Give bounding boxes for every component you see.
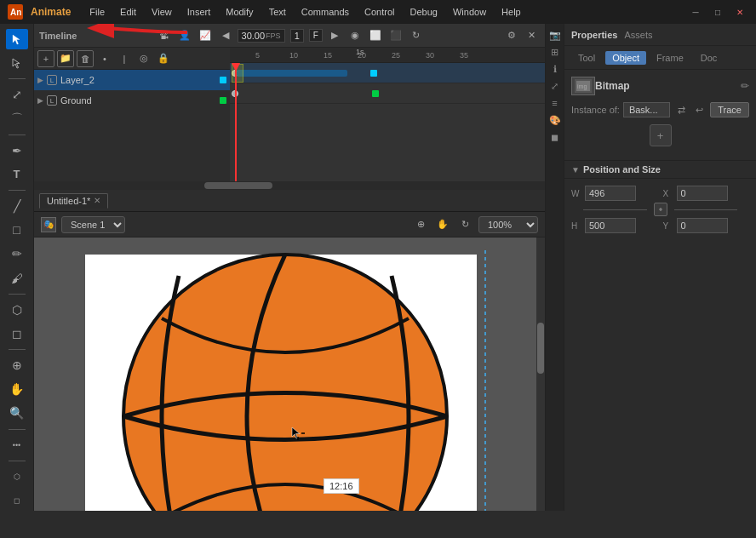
panel-icon-grid[interactable]: ⊞ [547,44,563,60]
properties-label: Properties [571,30,617,40]
frame-options[interactable]: ⬜ [367,27,384,44]
x-input[interactable] [677,186,728,201]
y-input[interactable] [677,218,728,233]
layer-1-name: Layer_2 [60,75,216,85]
hand-tool[interactable]: ✋ [6,379,28,399]
canvas-vscroll-thumb[interactable] [537,323,544,374]
graph-button[interactable]: 📈 [197,27,214,44]
canvas-tab-active[interactable]: Untitled-1* ✕ [39,193,108,209]
brush-tool[interactable]: 🖌 [6,268,28,289]
doc-tab[interactable]: Doc [694,51,724,65]
add-keyframe-button[interactable]: + [37,50,54,67]
timeline-close[interactable]: ✕ [523,27,540,44]
canvas-tab-close[interactable]: ✕ [94,196,100,205]
panel-icon-swatches[interactable]: ◼ [547,129,563,145]
fps-unit: FPS [266,31,281,40]
loop-button[interactable]: ↻ [408,27,425,44]
y-field: Y [663,218,750,233]
next-frame-button[interactable]: ▶ [326,27,343,44]
cyan-frame-layer1 [370,70,377,77]
line-tool[interactable]: ╱ [6,196,28,216]
svg-text:An: An [10,8,21,17]
swap-instance-icon[interactable]: ⇄ [673,102,689,117]
add-filter-icon[interactable]: + [650,124,672,146]
menu-window[interactable]: Window [446,5,493,19]
panel-icon-transform[interactable]: ⤢ [547,78,563,94]
edit-instance-icon[interactable]: ↩ [691,102,707,117]
timeline-hscroll[interactable] [34,181,545,190]
assets-label[interactable]: Assets [624,30,652,40]
canvas-vscroll[interactable] [536,238,545,511]
playhead[interactable] [235,63,237,181]
eraser-tool[interactable]: ◻ [6,323,28,344]
text-tool[interactable]: T [6,164,28,185]
canvas-snap-object[interactable]: ⊕ [412,216,429,233]
width-input[interactable] [585,186,636,201]
outline-button[interactable]: 🔒 [155,50,172,67]
transform-tool[interactable]: ⤢ [6,84,28,105]
basketball-container[interactable] [77,250,494,511]
layer-row-2[interactable]: ▶ L Ground [34,90,230,111]
eyedropper-tool[interactable]: ⊕ [6,355,28,375]
edit-envelope-tool[interactable]: ⬡ [6,466,28,487]
scene-select[interactable]: Scene 1 [61,216,125,233]
menu-text[interactable]: Text [262,5,293,19]
more-tools[interactable]: ••• [6,434,28,455]
keyframe-button[interactable]: ◉ [346,27,364,44]
edit-bitmap-icon[interactable]: ✏ [741,80,749,92]
panel-icon-info[interactable]: ℹ [547,61,563,77]
maximize-button[interactable]: □ [708,3,727,21]
menu-edit[interactable]: Edit [113,5,143,19]
canvas-hand[interactable]: ✋ [434,216,451,233]
menu-help[interactable]: Help [495,5,528,19]
rect-tool[interactable]: □ [6,220,28,240]
panel-icon-camera[interactable]: 📷 [547,27,563,43]
timeline-settings[interactable]: ⚙ [503,27,520,44]
panel-icon-color[interactable]: 🎨 [547,112,563,128]
subselect-tool[interactable] [6,53,28,73]
timeline-hscroll-thumb[interactable] [204,182,272,189]
menu-commands[interactable]: Commands [295,5,356,19]
add-folder-layer-button[interactable]: 📁 [57,50,74,67]
height-input[interactable] [585,218,636,233]
minimize-button[interactable]: ─ [686,3,705,21]
prev-frame-button[interactable]: ◀ [217,27,234,44]
close-button[interactable]: ✕ [730,3,749,21]
delete-layer-button[interactable]: 🗑 [77,50,94,67]
layer-row-1[interactable]: ▶ L Layer_2 [34,70,230,90]
add-folder-button[interactable]: 👤 [176,27,193,44]
pencil-tool[interactable]: ✏ [6,243,28,264]
paint-bucket-tool[interactable]: ⬡ [6,300,28,320]
select-tool[interactable] [6,29,28,49]
menu-control[interactable]: Control [358,5,401,19]
instance-value[interactable]: Bask... [623,102,670,117]
frame-row-layer1 [230,63,545,83]
menu-file[interactable]: File [83,5,112,19]
menu-insert[interactable]: Insert [180,5,218,19]
dot-button[interactable]: • [96,50,113,67]
trace-button[interactable]: Trace [710,102,749,117]
zoom-select[interactable]: 100% [478,216,538,233]
instance-icons: ⇄ ↩ [673,102,707,117]
menu-modify[interactable]: Modify [219,5,260,19]
frame-tab[interactable]: Frame [650,51,690,65]
add-layer-button[interactable]: 📽 [156,27,173,44]
pen-tool[interactable]: ✒ [6,140,28,161]
tool-tab[interactable]: Tool [571,51,602,65]
menu-view[interactable]: View [145,5,179,19]
panel-icon-align[interactable]: ≡ [547,95,563,111]
frame-label-display: F [309,29,323,42]
onion-skin[interactable]: ⬛ [387,27,404,44]
tool-separator-6 [9,429,26,430]
props-tab-bar: Tool Object Frame Doc [564,46,756,70]
zoom-tool[interactable]: 🔍 [6,403,28,423]
collapse-position-button[interactable]: ▼ [571,165,580,175]
canvas-rotate[interactable]: ↻ [456,216,473,233]
object-tab[interactable]: Object [605,51,646,65]
lock-all-button[interactable]: | [116,50,133,67]
camera-tool[interactable]: ◻ [6,490,28,511]
lasso-tool[interactable]: ⌒ [6,109,28,129]
link-icon[interactable] [654,203,667,216]
show-all-button[interactable]: ◎ [135,50,152,67]
menu-debug[interactable]: Debug [404,5,444,19]
